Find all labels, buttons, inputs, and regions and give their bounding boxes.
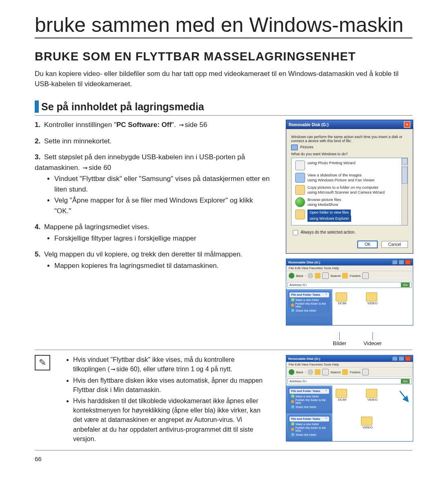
sidebar-task[interactable]: Publish this folder to the Web <box>290 301 329 308</box>
page-title: bruke sammen med en Windows-maskin <box>35 13 412 38</box>
explorer-window-2: Removable Disk (G:) File Edit View Favor… <box>286 355 413 442</box>
forward-icon[interactable] <box>307 273 313 279</box>
close-icon[interactable]: × <box>404 121 410 128</box>
back-icon[interactable] <box>289 369 294 375</box>
page-ref-arrow-icon <box>82 164 89 172</box>
folder-icon <box>366 389 377 398</box>
drag-arrow-icon <box>398 390 412 404</box>
go-button[interactable]: Go <box>401 379 410 384</box>
action-option[interactable]: Copy pictures to a folder on my computer… <box>293 184 406 196</box>
camera-icon <box>295 185 305 195</box>
close-icon[interactable] <box>405 356 411 361</box>
action-option[interactable]: Browse picture filesusing MediaShow <box>293 196 406 208</box>
search-icon[interactable] <box>322 369 329 375</box>
step-2: 2. Sette inn minnekortet. <box>35 136 271 147</box>
folders-icon[interactable] <box>342 369 348 375</box>
window-controls[interactable] <box>392 356 411 361</box>
sidebar-task[interactable]: Make a new folder <box>290 394 329 398</box>
sidebar-task[interactable]: Publish this folder to the Web <box>290 426 329 432</box>
step-3: 3. Sett støpslet på den innebygde USB-ka… <box>35 152 271 216</box>
go-button[interactable]: Go <box>401 283 410 287</box>
step-5: 5. Velg mappen du vil kopiere, og trekk … <box>35 249 271 271</box>
folder-icon <box>336 389 347 398</box>
dialog-title: Removable Disk (G:) <box>289 123 329 127</box>
page-number: 66 <box>35 455 412 462</box>
folder-captions: Bilder Videoer <box>286 332 412 346</box>
slideshow-icon <box>295 173 305 183</box>
explorer-window-1: Removable Disk (G:) File Edit View Favor… <box>286 259 413 326</box>
close-icon[interactable] <box>405 260 411 265</box>
up-icon[interactable] <box>315 369 321 375</box>
folder-video[interactable]: VIDEO <box>366 389 379 401</box>
menu-bar[interactable]: File Edit View Favorites Tools Help <box>286 362 413 368</box>
sidebar-task[interactable]: Make a new folder <box>290 297 329 301</box>
page-ref-arrow-icon <box>178 121 185 129</box>
folder-icon <box>366 292 377 301</box>
search-icon[interactable] <box>322 272 329 279</box>
action-option[interactable]: using Photo Printing Wizard <box>293 159 406 172</box>
address-bar[interactable]: Address G:\ Go <box>287 282 412 288</box>
cancel-button[interactable]: Cancel <box>381 241 408 248</box>
folder-dcim[interactable]: DCIM <box>336 389 349 401</box>
tasks-sidebar: File and Folder Tasks⌃ Make a new folder… <box>286 289 332 325</box>
printer-icon <box>295 161 305 170</box>
folder-icon <box>361 417 372 426</box>
intro-paragraph: Du kan kopiere video- eller bildefiler s… <box>35 69 412 89</box>
ok-button[interactable]: OK <box>357 241 378 248</box>
folder-icon <box>336 292 347 301</box>
sidebar-task[interactable]: Share this folder <box>290 432 329 436</box>
scrollbar[interactable] <box>401 158 408 225</box>
sidebar-task[interactable]: Share this folder <box>290 308 329 312</box>
folder-dcim[interactable]: DCIM <box>336 292 349 305</box>
note-icon: ✎ <box>35 355 50 370</box>
folder-video[interactable]: VIDEO <box>366 292 379 305</box>
section-heading: BRUKE SOM EN FLYTTBAR MASSELAGRINGSENHET <box>35 50 412 63</box>
menu-bar[interactable]: File Edit View Favorites Tools Help <box>286 265 413 271</box>
action-listbox[interactable]: using Photo Printing Wizard View a slide… <box>291 158 408 225</box>
forward-icon[interactable] <box>307 369 313 375</box>
window-controls[interactable] <box>392 260 411 265</box>
step-1: 1. Kontroller innstillingen "PC Software… <box>35 120 271 130</box>
views-icon[interactable] <box>362 272 369 279</box>
up-icon[interactable] <box>315 273 321 279</box>
mediashow-icon <box>295 197 305 207</box>
action-option[interactable]: View a slideshow of the imagesusing Wind… <box>293 172 406 184</box>
sidebar-task[interactable]: Share this folder <box>290 404 329 408</box>
sidebar-task[interactable]: Make a new folder <box>290 421 329 426</box>
subsection-header: Se på innholdet på lagringsmedia <box>35 100 412 116</box>
removable-disk-dialog: Removable Disk (G:) × Windows can perfor… <box>286 120 413 254</box>
scroll-thumb[interactable] <box>402 167 408 184</box>
step-4: 4. Mappene på lagringsmediet vises. Fors… <box>35 222 271 243</box>
window-title: Removable Disk (G:) <box>288 261 320 264</box>
accent-bar <box>35 100 39 113</box>
back-icon[interactable] <box>289 273 294 279</box>
always-checkbox[interactable] <box>293 230 298 235</box>
scroll-up-icon[interactable] <box>402 158 408 165</box>
address-bar[interactable]: Address G:\ Go <box>287 378 412 384</box>
subsection-title: Se på innholdet på lagringsmedia <box>41 101 204 113</box>
picture-icon <box>291 145 298 150</box>
always-checkbox-row[interactable]: Always do the selected action. <box>291 229 408 236</box>
action-option-selected[interactable]: Open folder to view files using Windows … <box>293 208 406 223</box>
views-icon[interactable] <box>362 369 369 375</box>
window-title: Removable Disk (G:) <box>288 357 320 361</box>
folders-icon[interactable] <box>342 273 348 279</box>
toolbar[interactable]: Back · Search Folders <box>286 271 413 281</box>
toolbar[interactable]: Back · Search Folders <box>286 368 413 377</box>
folder-video-copy[interactable]: VIDEO <box>361 417 374 429</box>
sidebar-task[interactable]: Publish this folder to the Web <box>290 398 329 404</box>
tasks-sidebar: File and Folder Tasks⌃ Make a new folder… <box>286 413 332 441</box>
folder-icon <box>295 210 305 219</box>
tasks-sidebar: File and Folder Tasks⌃ Make a new folder… <box>286 386 332 413</box>
dialog-question: What do you want Windows to do? <box>291 152 408 156</box>
dialog-prompt: Windows can perform the same action each… <box>291 135 408 143</box>
note-text: Hvis vinduet "Flyttbar disk" ikke vises,… <box>55 355 281 445</box>
page-ref-arrow-icon <box>110 366 116 372</box>
